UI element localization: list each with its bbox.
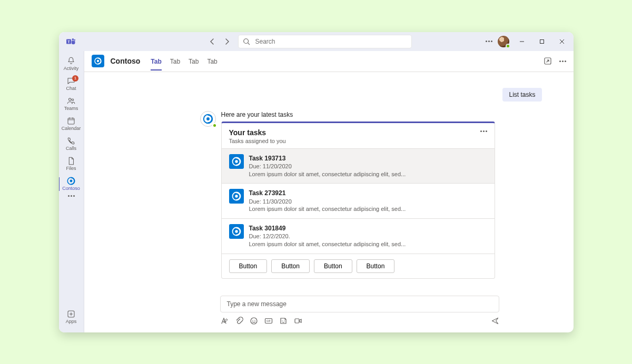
bot-intro-text: Here are your latest tasks [221, 111, 495, 118]
teams-window: T A [59, 32, 574, 332]
rail-label: Files [66, 166, 76, 171]
window-title-bar: T [59, 32, 574, 51]
svg-point-7 [74, 39, 75, 41]
window-maximize-button[interactable] [535, 34, 549, 49]
gif-icon[interactable]: GIF [264, 317, 273, 325]
presence-available-icon [506, 44, 510, 48]
task-row[interactable]: Task 273921 Due: 11/30/2020 Lorem ipsum … [222, 183, 495, 218]
forward-button[interactable] [220, 35, 234, 48]
task-row[interactable]: Task 193713 Due: 11/20/2020 Lorem ipsum … [222, 148, 495, 184]
attach-icon[interactable] [235, 317, 243, 325]
task-due: Due: 12/2/2020. [249, 232, 406, 240]
card-button-2[interactable]: Button [314, 259, 352, 273]
card-subtitle: Tasks assigned to you [229, 138, 480, 144]
more-menu-button[interactable] [486, 41, 492, 42]
chat-badge: 1 [72, 75, 78, 82]
back-button[interactable] [205, 35, 219, 48]
rail-label: Calendar [62, 126, 81, 131]
task-title: Task 193713 [249, 154, 406, 163]
file-icon [66, 156, 76, 166]
rail-files[interactable]: Files [59, 154, 84, 174]
tab-0[interactable]: Tab [151, 52, 161, 70]
rail-teams[interactable]: Teams [59, 94, 84, 114]
history-nav [205, 35, 234, 48]
card-button-0[interactable]: Button [229, 259, 268, 273]
task-icon [229, 224, 244, 239]
svg-point-8 [243, 38, 248, 43]
chat-scroll[interactable]: List tasks Here are your latest tasks Yo… [84, 72, 574, 291]
emoji-icon[interactable] [250, 317, 258, 325]
svg-point-6 [72, 38, 74, 41]
rail-label: Apps [66, 319, 77, 324]
svg-text:GIF: GIF [266, 319, 270, 322]
rail-calendar[interactable]: Calendar [59, 114, 84, 134]
svg-rect-12 [68, 118, 74, 124]
window-close-button[interactable] [555, 34, 569, 49]
svg-rect-9 [540, 39, 544, 43]
user-avatar[interactable] [498, 36, 509, 47]
svg-point-15 [251, 318, 257, 324]
people-icon [66, 96, 76, 106]
header-more-button[interactable] [559, 60, 566, 62]
search-input[interactable] [254, 37, 407, 46]
rail-activity[interactable]: Activity [59, 54, 84, 74]
task-row[interactable]: Task 301849 Due: 12/2/2020. Lorem ipsum … [222, 218, 495, 254]
popout-icon[interactable] [544, 57, 552, 65]
rail-contoso[interactable]: Contoso [59, 174, 84, 194]
rail-label: Chat [66, 86, 76, 91]
rail-apps[interactable]: Apps [59, 307, 84, 327]
tab-3[interactable]: Tab [207, 52, 217, 70]
task-desc: Lorem ipsum dolor sit amet, consectetur … [249, 205, 406, 213]
svg-point-10 [69, 98, 72, 100]
task-title: Task 273921 [249, 189, 406, 197]
tab-1[interactable]: Tab [170, 52, 180, 70]
bell-icon [66, 56, 76, 66]
sticker-icon[interactable] [279, 317, 288, 325]
app-title: Contoso [111, 57, 141, 65]
apps-add-icon [66, 309, 76, 319]
bot-avatar [200, 111, 216, 127]
phone-icon [66, 136, 76, 146]
contoso-header-icon [92, 55, 104, 67]
tab-2[interactable]: Tab [189, 52, 199, 70]
send-button[interactable] [491, 317, 499, 325]
svg-point-17 [254, 320, 255, 321]
rail-label: Contoso [62, 186, 80, 191]
card-title: Your tasks [229, 128, 480, 137]
rail-more[interactable] [59, 194, 84, 200]
message-input[interactable]: Type a new message [220, 296, 499, 312]
app-rail: Activity 1 Chat Teams Calendar Calls [59, 51, 84, 332]
user-message-pill: List tasks [502, 88, 541, 102]
rail-calls[interactable]: Calls [59, 134, 84, 154]
card-button-1[interactable]: Button [271, 259, 310, 273]
app-header: Contoso Tab Tab Tab Tab [84, 51, 574, 72]
bot-message-row: Here are your latest tasks Your tasks Ta… [200, 111, 495, 279]
chevron-left-icon [209, 38, 215, 45]
ellipsis-icon [68, 195, 75, 197]
presence-available-icon [212, 123, 217, 128]
card-more-button[interactable] [480, 128, 487, 132]
contoso-app-icon [66, 176, 76, 186]
card-actions: Button Button Button Button [222, 254, 495, 278]
svg-point-16 [252, 320, 253, 321]
rail-label: Calls [66, 146, 76, 151]
svg-rect-22 [295, 319, 299, 323]
main-content: Contoso Tab Tab Tab Tab List tasks [84, 51, 574, 332]
header-tabs: Tab Tab Tab Tab [151, 52, 218, 70]
meeting-icon[interactable] [294, 317, 302, 325]
svg-point-20 [282, 320, 282, 321]
chevron-right-icon [224, 38, 230, 45]
teams-logo-icon: T [66, 38, 76, 45]
search-box[interactable] [238, 35, 412, 48]
svg-point-21 [284, 320, 284, 321]
task-title: Task 301849 [249, 224, 406, 232]
rail-chat[interactable]: 1 Chat [59, 74, 84, 94]
calendar-icon [66, 116, 76, 126]
window-minimize-button[interactable] [515, 34, 529, 49]
composer-area: Type a new message GIF [84, 291, 574, 332]
format-icon[interactable] [220, 317, 229, 325]
rail-label: Teams [64, 106, 78, 111]
card-button-3[interactable]: Button [357, 259, 395, 273]
task-desc: Lorem ipsum dolor sit amet, consectetur … [249, 170, 406, 178]
svg-point-11 [72, 99, 73, 100]
